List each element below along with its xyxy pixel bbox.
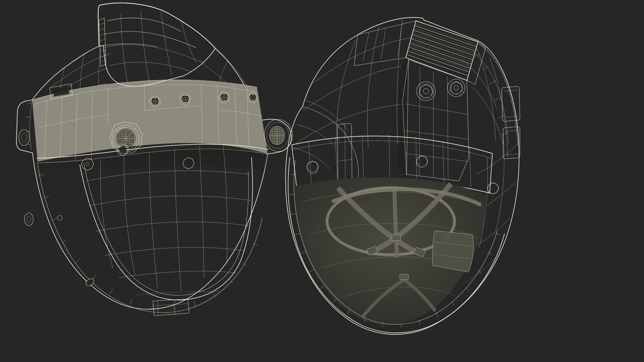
chin-buckle xyxy=(400,274,409,280)
background xyxy=(0,0,644,362)
nape-pad xyxy=(432,231,473,272)
wireframe-render-svg: Wireframe 3D render of a tactical helmet… xyxy=(0,0,644,362)
rim-screw xyxy=(57,216,62,220)
front-mount-band xyxy=(32,80,268,178)
strap-buckle xyxy=(392,235,400,241)
render-viewport: Wireframe 3D render of a tactical helmet… xyxy=(0,0,644,362)
